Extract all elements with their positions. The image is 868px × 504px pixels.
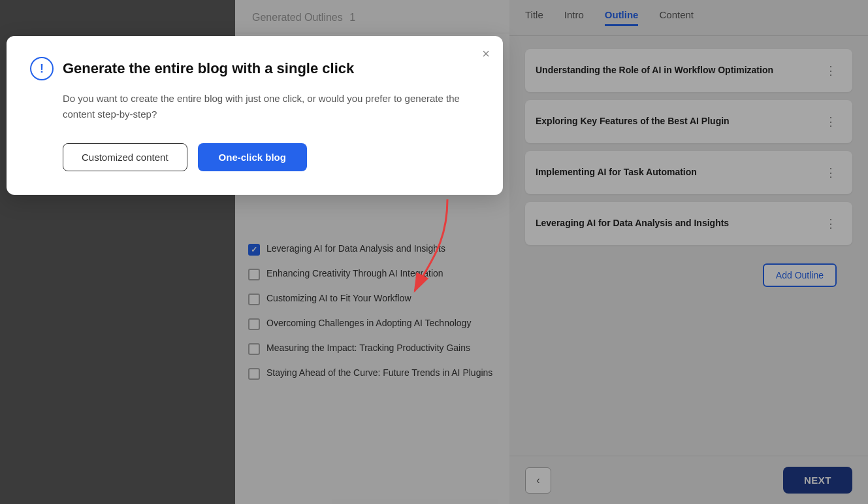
modal-title: Generate the entire blog with a single c… (63, 60, 354, 77)
modal-header: ! Generate the entire blog with a single… (30, 57, 479, 80)
modal-description: Do you want to create the entire blog wi… (30, 91, 479, 122)
modal-actions: Customized content One-click blog (30, 143, 479, 171)
red-arrow (408, 193, 487, 297)
modal-dialog: × ! Generate the entire blog with a sing… (7, 36, 503, 195)
modal-close-button[interactable]: × (482, 46, 490, 61)
modal-overlay: × ! Generate the entire blog with a sing… (0, 0, 868, 504)
one-click-blog-button[interactable]: One-click blog (198, 143, 307, 171)
info-icon: ! (30, 57, 54, 80)
customized-content-button[interactable]: Customized content (63, 143, 187, 171)
